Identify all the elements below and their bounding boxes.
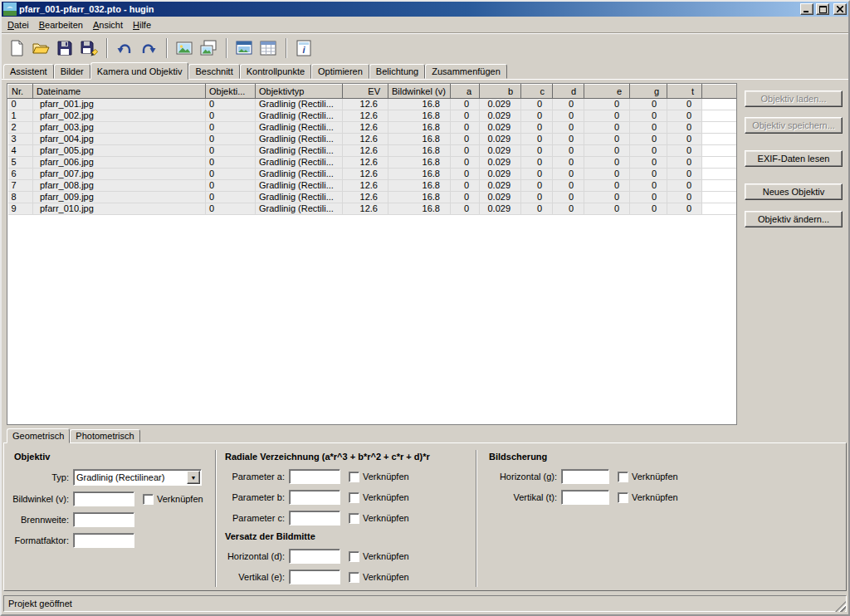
exif-daten-lesen-button[interactable]: EXIF-Daten lesen — [745, 150, 843, 167]
cell[interactable]: 0 — [451, 169, 480, 180]
parameter-b-link-checkbox[interactable] — [349, 492, 359, 503]
cell[interactable]: 0 — [584, 169, 630, 180]
col-header-d[interactable]: d — [553, 85, 584, 99]
cell[interactable]: pfarr_008.jpg — [33, 180, 206, 192]
cell[interactable]: Gradlinig (Rectili... — [256, 203, 343, 215]
minimize-button[interactable] — [800, 3, 813, 15]
cell[interactable]: 16.8 — [388, 99, 451, 110]
cell[interactable]: 0 — [553, 145, 584, 157]
cell[interactable]: 8 — [8, 192, 33, 203]
cell[interactable]: Gradlinig (Rectili... — [256, 122, 343, 134]
cell[interactable]: 12.6 — [343, 99, 388, 110]
undo-button[interactable] — [113, 37, 136, 60]
parameter-a-link-checkbox[interactable] — [349, 472, 359, 482]
cell[interactable]: 0 — [451, 157, 480, 169]
cell[interactable]: 3 — [8, 134, 33, 145]
cell[interactable]: 0 — [553, 192, 584, 203]
cell[interactable]: 0 — [521, 203, 553, 215]
formatfaktor-input[interactable] — [73, 533, 134, 548]
cell[interactable]: 0 — [630, 122, 667, 134]
cell[interactable]: 0 — [521, 145, 553, 157]
cell[interactable]: Gradlinig (Rectili... — [256, 134, 343, 145]
cell[interactable]: pfarr_006.jpg — [33, 157, 206, 169]
bildwinkel-input[interactable] — [73, 491, 134, 506]
cell[interactable]: 0 — [206, 192, 256, 203]
maximize-button[interactable] — [816, 3, 829, 15]
cell[interactable]: 0 — [584, 192, 630, 203]
cell[interactable]: 0 — [521, 110, 553, 122]
cell[interactable]: 6 — [8, 169, 33, 180]
cell[interactable]: 0.029 — [480, 180, 521, 192]
cell[interactable]: 0 — [553, 99, 584, 110]
cell[interactable]: 0 — [206, 157, 256, 169]
table-row[interactable]: 0pfarr_001.jpg0Gradlinig (Rectili...12.6… — [8, 99, 737, 110]
cell[interactable]: 0 — [206, 134, 256, 145]
tab-beschnitt[interactable]: Beschnitt — [188, 64, 239, 79]
cell[interactable]: 0 — [667, 192, 702, 203]
cell[interactable]: 0.029 — [480, 157, 521, 169]
cell[interactable] — [702, 134, 737, 145]
table-row[interactable]: 5pfarr_006.jpg0Gradlinig (Rectili...12.6… — [8, 157, 737, 169]
cell[interactable]: pfarr_001.jpg — [33, 99, 206, 110]
cell[interactable]: pfarr_004.jpg — [33, 134, 206, 145]
col-header-a[interactable]: a — [451, 85, 480, 99]
cell[interactable]: pfarr_003.jpg — [33, 122, 206, 134]
cell[interactable]: 0 — [667, 180, 702, 192]
cell[interactable]: Gradlinig (Rectili... — [256, 180, 343, 192]
cell[interactable]: 0 — [206, 122, 256, 134]
tab-bilder[interactable]: Bilder — [54, 64, 90, 79]
cell[interactable]: 0 — [553, 157, 584, 169]
parameter-b-input[interactable] — [289, 490, 340, 505]
cell[interactable]: 12.6 — [343, 134, 388, 145]
cell[interactable]: 0 — [630, 110, 667, 122]
table-row[interactable]: 7pfarr_008.jpg0Gradlinig (Rectili...12.6… — [8, 180, 737, 192]
menu-bearbeiten[interactable]: Bearbeiten — [34, 17, 88, 32]
cell[interactable]: 0 — [521, 134, 553, 145]
cell[interactable]: 0 — [667, 134, 702, 145]
cell[interactable]: 0 — [630, 169, 667, 180]
chevron-down-icon[interactable]: ▼ — [187, 471, 200, 484]
cell[interactable] — [702, 145, 737, 157]
cell[interactable]: 0 — [521, 192, 553, 203]
menu-datei[interactable]: Datei — [2, 17, 34, 32]
cell[interactable]: 0 — [451, 203, 480, 215]
cell[interactable]: 0 — [584, 145, 630, 157]
cell[interactable]: 0.029 — [480, 134, 521, 145]
cell[interactable] — [702, 180, 737, 192]
cell[interactable]: 1 — [8, 110, 33, 122]
cell[interactable]: 0.029 — [480, 110, 521, 122]
cell[interactable]: 0.029 — [480, 169, 521, 180]
cell[interactable] — [702, 99, 737, 110]
tab-photometrisch[interactable]: Photometrisch — [70, 429, 139, 442]
cell[interactable]: 0 — [667, 122, 702, 134]
cell[interactable]: 12.6 — [343, 110, 388, 122]
table-row[interactable]: 8pfarr_009.jpg0Gradlinig (Rectili...12.6… — [8, 192, 737, 203]
cell[interactable]: Gradlinig (Rectili... — [256, 169, 343, 180]
col-header-ev[interactable]: EV — [343, 85, 388, 99]
cell[interactable] — [702, 192, 737, 203]
cell[interactable]: 12.6 — [343, 122, 388, 134]
col-header-t[interactable]: t — [667, 85, 702, 99]
table-row[interactable]: 4pfarr_005.jpg0Gradlinig (Rectili...12.6… — [8, 145, 737, 157]
close-button[interactable] — [833, 3, 847, 15]
cell[interactable]: 16.8 — [388, 192, 451, 203]
tab-kamera-und-objektiv[interactable]: Kamera und Objektiv — [90, 62, 189, 80]
cell[interactable]: 12.6 — [343, 169, 388, 180]
col-header-b[interactable]: b — [480, 85, 521, 99]
cell[interactable]: 0 — [630, 134, 667, 145]
save-project-button[interactable] — [53, 37, 76, 60]
cell[interactable]: 0 — [521, 122, 553, 134]
open-project-button[interactable] — [29, 37, 52, 60]
cell[interactable] — [702, 157, 737, 169]
parameter-a-input[interactable] — [289, 469, 340, 484]
add-image-series-button[interactable] — [197, 37, 220, 60]
cell[interactable]: 0 — [630, 99, 667, 110]
cell[interactable]: 2 — [8, 122, 33, 134]
cell[interactable]: 16.8 — [388, 145, 451, 157]
cell[interactable]: Gradlinig (Rectili... — [256, 157, 343, 169]
cell[interactable]: 0 — [667, 203, 702, 215]
cell[interactable]: 7 — [8, 180, 33, 192]
control-point-table-button[interactable] — [256, 37, 280, 60]
cell[interactable]: Gradlinig (Rectili... — [256, 192, 343, 203]
table-row[interactable]: 1pfarr_002.jpg0Gradlinig (Rectili...12.6… — [8, 110, 737, 122]
